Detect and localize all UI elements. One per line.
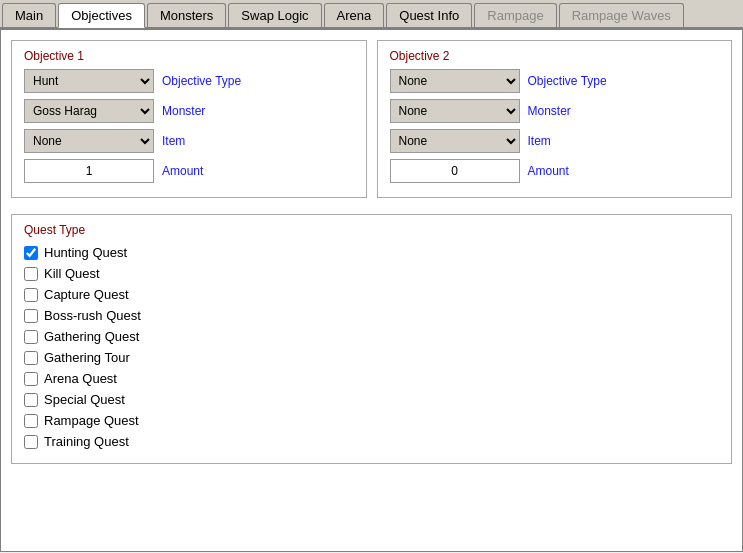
tab-rampage-waves: Rampage Waves: [559, 3, 684, 27]
objective2-type-select[interactable]: None Hunt Capture: [390, 69, 520, 93]
quest-type-hunting: Hunting Quest: [24, 245, 719, 260]
objective2-item-label: Item: [528, 134, 608, 148]
tab-swap-logic[interactable]: Swap Logic: [228, 3, 321, 27]
kill-quest-checkbox[interactable]: [24, 267, 38, 281]
gathering-tour-checkbox[interactable]: [24, 351, 38, 365]
objective1-monster-label: Monster: [162, 104, 242, 118]
objective1-title: Objective 1: [24, 49, 354, 63]
training-quest-label[interactable]: Training Quest: [44, 434, 129, 449]
rampage-quest-label[interactable]: Rampage Quest: [44, 413, 139, 428]
objective1-type-label: Objective Type: [162, 74, 242, 88]
quest-type-special: Special Quest: [24, 392, 719, 407]
objective1-item-row: None Item: [24, 129, 354, 153]
main-content: Objective 1 Hunt Capture None Objective …: [0, 29, 743, 552]
objective2-monster-label: Monster: [528, 104, 608, 118]
objective1-type-select[interactable]: Hunt Capture None: [24, 69, 154, 93]
objective1-type-row: Hunt Capture None Objective Type: [24, 69, 354, 93]
tab-quest-info[interactable]: Quest Info: [386, 3, 472, 27]
tab-monsters[interactable]: Monsters: [147, 3, 226, 27]
objective1-item-label: Item: [162, 134, 242, 148]
capture-quest-label[interactable]: Capture Quest: [44, 287, 129, 302]
capture-quest-checkbox[interactable]: [24, 288, 38, 302]
objective2-type-label: Objective Type: [528, 74, 608, 88]
tab-objectives[interactable]: Objectives: [58, 3, 145, 28]
kill-quest-label[interactable]: Kill Quest: [44, 266, 100, 281]
boss-rush-quest-checkbox[interactable]: [24, 309, 38, 323]
training-quest-checkbox[interactable]: [24, 435, 38, 449]
hunting-quest-label[interactable]: Hunting Quest: [44, 245, 127, 260]
objectives-row: Objective 1 Hunt Capture None Objective …: [11, 40, 732, 198]
objective2-title: Objective 2: [390, 49, 720, 63]
gathering-quest-label[interactable]: Gathering Quest: [44, 329, 139, 344]
objective1-amount-label: Amount: [162, 164, 242, 178]
objective1-amount-row: Amount: [24, 159, 354, 183]
quest-type-capture: Capture Quest: [24, 287, 719, 302]
quest-type-rampage: Rampage Quest: [24, 413, 719, 428]
gathering-tour-label[interactable]: Gathering Tour: [44, 350, 130, 365]
quest-type-gathering: Gathering Quest: [24, 329, 719, 344]
objective2-monster-select[interactable]: None: [390, 99, 520, 123]
arena-quest-checkbox[interactable]: [24, 372, 38, 386]
quest-type-training: Training Quest: [24, 434, 719, 449]
objective2-amount-label: Amount: [528, 164, 608, 178]
hunting-quest-checkbox[interactable]: [24, 246, 38, 260]
special-quest-label[interactable]: Special Quest: [44, 392, 125, 407]
objective2-type-row: None Hunt Capture Objective Type: [390, 69, 720, 93]
objective2-item-select[interactable]: None: [390, 129, 520, 153]
tab-main[interactable]: Main: [2, 3, 56, 27]
tab-arena[interactable]: Arena: [324, 3, 385, 27]
quest-type-title: Quest Type: [24, 223, 719, 237]
objective1-box: Objective 1 Hunt Capture None Objective …: [11, 40, 367, 198]
objective1-monster-row: Goss Harag None Monster: [24, 99, 354, 123]
rampage-quest-checkbox[interactable]: [24, 414, 38, 428]
quest-type-kill: Kill Quest: [24, 266, 719, 281]
objective2-amount-input[interactable]: [390, 159, 520, 183]
tab-rampage: Rampage: [474, 3, 556, 27]
quest-type-arena: Arena Quest: [24, 371, 719, 386]
objective2-monster-row: None Monster: [390, 99, 720, 123]
arena-quest-label[interactable]: Arena Quest: [44, 371, 117, 386]
quest-type-gathering-tour: Gathering Tour: [24, 350, 719, 365]
special-quest-checkbox[interactable]: [24, 393, 38, 407]
objective1-amount-input[interactable]: [24, 159, 154, 183]
objective1-item-select[interactable]: None: [24, 129, 154, 153]
quest-type-boss-rush: Boss-rush Quest: [24, 308, 719, 323]
objective1-monster-select[interactable]: Goss Harag None: [24, 99, 154, 123]
objective2-item-row: None Item: [390, 129, 720, 153]
gathering-quest-checkbox[interactable]: [24, 330, 38, 344]
quest-type-section: Quest Type Hunting Quest Kill Quest Capt…: [11, 214, 732, 464]
objective2-box: Objective 2 None Hunt Capture Objective …: [377, 40, 733, 198]
tab-bar: Main Objectives Monsters Swap Logic Aren…: [0, 0, 743, 29]
objective2-amount-row: Amount: [390, 159, 720, 183]
boss-rush-quest-label[interactable]: Boss-rush Quest: [44, 308, 141, 323]
